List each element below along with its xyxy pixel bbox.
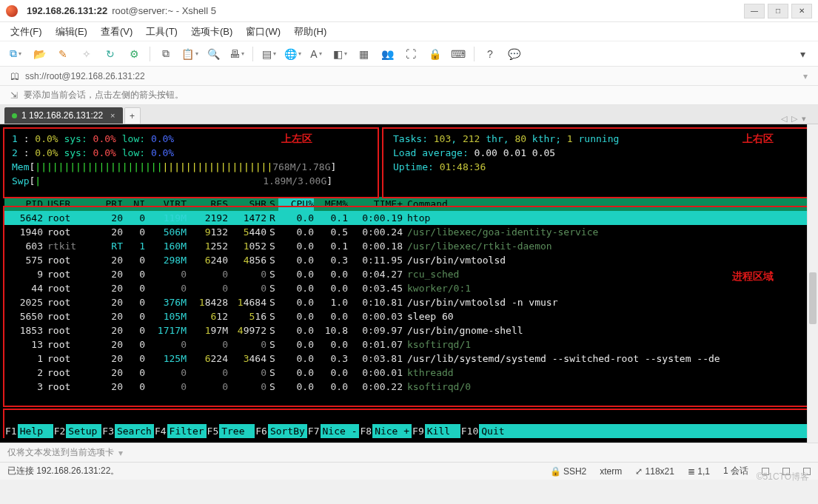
properties-icon[interactable]: ⚙ xyxy=(126,46,142,62)
minimize-button[interactable]: — xyxy=(744,4,765,19)
feedback-icon[interactable]: 💬 xyxy=(506,46,522,62)
process-row[interactable]: 5650root200105M612516S0.00.00:00.03sleep… xyxy=(4,309,814,323)
lock-icon[interactable]: 🔒 xyxy=(426,46,443,62)
status-bar: 已连接 192.168.26.131:22。 🔒 SSH2 xterm ⤢ 11… xyxy=(0,462,818,480)
menu-item[interactable]: 帮助(H) xyxy=(294,25,326,38)
menu-bar: 文件(F)编辑(E)查看(V)工具(T)选项卡(B)窗口(W)帮助(H) xyxy=(0,22,818,41)
swap-meter: Swp[|1.89M/3.00G] xyxy=(12,174,371,188)
fkey-tree[interactable]: F5Tree xyxy=(207,424,255,438)
cpu-meter: 1 : 0.0% sys: 0.0% low: 0.0% xyxy=(12,132,371,146)
app-icon xyxy=(6,5,18,17)
print-icon[interactable]: 🖶 xyxy=(229,46,245,62)
process-row[interactable]: 1853root2001717M197M49972S0.010.80:09.97… xyxy=(4,323,814,337)
tab-prev-icon[interactable]: ◁ xyxy=(781,114,787,124)
menu-item[interactable]: 窗口(W) xyxy=(246,25,281,38)
hint-arrow-icon[interactable]: ⇲ xyxy=(10,90,18,101)
process-header[interactable]: PID USER PRI NI VIRT RES SHR S CPU% MEM%… xyxy=(4,197,814,211)
fkey-sortby[interactable]: F6SortBy xyxy=(255,424,307,438)
fkey-filter[interactable]: F4Filter xyxy=(154,424,207,438)
status-connection: 已连接 192.168.26.131:22。 xyxy=(7,465,119,477)
menu-item[interactable]: 选项卡(B) xyxy=(191,25,232,38)
process-row[interactable]: 1root200125M62243464S0.00.30:03.81/usr/l… xyxy=(4,352,814,366)
watermark: ©51CTO博客 xyxy=(757,471,809,483)
status-position: ≣ 1,1 xyxy=(688,466,710,477)
send-dropdown-icon[interactable]: ▾ xyxy=(118,448,123,458)
fkey-search[interactable]: F3Search xyxy=(101,424,154,438)
menu-item[interactable]: 查看(V) xyxy=(101,25,133,38)
send-text-label: 仅将文本发送到当前选项卡 xyxy=(7,446,114,459)
process-row[interactable]: 603rtkitRT1160M12521052S0.00.10:00.18/us… xyxy=(4,239,814,253)
status-term: xterm xyxy=(600,466,622,477)
status-size: ⤢ 118x21 xyxy=(635,466,674,477)
fkey-nice-[interactable]: F7Nice - xyxy=(307,424,360,438)
help-icon[interactable]: ? xyxy=(482,46,498,62)
cpu-mem-meters: 1 : 0.0% sys: 0.0% low: 0.0%2 : 0.0% sys… xyxy=(4,127,378,189)
bookmark-icon[interactable]: 🕮 xyxy=(10,71,19,81)
toolbar-overflow-icon[interactable]: ▾ xyxy=(794,46,811,62)
process-row[interactable]: 44root200000S0.00.00:03.45kworker/0:1 xyxy=(4,281,814,295)
hint-text: 要添加当前会话，点击左侧的箭头按钮。 xyxy=(24,89,184,101)
cpu-meter: 2 : 0.0% sys: 0.0% low: 0.0% xyxy=(12,146,371,160)
tab-strip: 1 192.168.26.131:22 × + ◁ ▷ ▾ xyxy=(0,105,818,124)
lock-icon: 🔒 SSH2 xyxy=(550,466,587,477)
tab-next-icon[interactable]: ▷ xyxy=(791,114,797,124)
tab-close-icon[interactable]: × xyxy=(110,111,115,120)
status-sessions: 1 会话 xyxy=(723,465,748,477)
paste-icon[interactable]: 📋 xyxy=(181,46,198,62)
process-row[interactable]: 3root200000S0.00.00:00.22ksoftirqd/0 xyxy=(4,380,814,394)
menu-item[interactable]: 文件(F) xyxy=(10,25,42,38)
edit-icon[interactable]: ✎ xyxy=(55,46,71,62)
scrollbar-thumb[interactable] xyxy=(809,272,817,324)
font-icon[interactable]: A xyxy=(308,46,324,62)
mem-meter: Mem[||||||||||||||||||||||||||||||||||||… xyxy=(12,160,371,174)
window-subtitle: root@server:~ - Xshell 5 xyxy=(112,5,216,16)
fkey-help[interactable]: F1Help xyxy=(4,424,53,438)
palette-icon[interactable]: ◧ xyxy=(332,46,348,62)
function-key-bar: F1HelpF2SetupF3SearchF4FilterF5TreeF6Sor… xyxy=(4,424,814,438)
address-text: ssh://root@192.168.26.131:22 xyxy=(25,71,145,81)
hint-bar: ⇲ 要添加当前会话，点击左侧的箭头按钮。 xyxy=(0,86,818,105)
fkey-setup[interactable]: F2Setup xyxy=(53,424,102,438)
task-summary: Tasks: 103, 212 thr, 80 kthr; 1 running … xyxy=(386,127,814,189)
process-row[interactable]: 1940root200506M91325440S0.00.50:00.24/us… xyxy=(4,225,814,239)
address-bar[interactable]: 🕮 ssh://root@192.168.26.131:22 ▾ xyxy=(0,67,818,86)
process-row[interactable]: 5642root200119M21921472R0.00.10:00.19hto… xyxy=(4,211,814,225)
menu-item[interactable]: 编辑(E) xyxy=(56,25,87,38)
process-row[interactable]: 9root200000S0.00.00:04.27rcu_sched xyxy=(4,267,814,281)
process-list[interactable]: 5642root200119M21921472R0.00.10:00.19hto… xyxy=(4,211,814,394)
fullscreen-icon[interactable]: ⛶ xyxy=(403,46,419,62)
fkey-nice+[interactable]: F8Nice + xyxy=(359,424,412,438)
send-text-bar[interactable]: 仅将文本发送到当前选项卡 ▾ xyxy=(0,443,818,462)
session-tab[interactable]: 1 192.168.26.131:22 × xyxy=(4,107,123,124)
find-icon[interactable]: 🔍 xyxy=(205,46,221,62)
process-row[interactable]: 2root200000S0.00.00:00.01kthreadd xyxy=(4,366,814,380)
process-row[interactable]: 2025root200376M1842814684S0.01.00:10.81/… xyxy=(4,295,814,309)
terminal-scrollbar[interactable] xyxy=(807,124,818,443)
fkey-quit[interactable]: F10Quit xyxy=(460,424,514,438)
globe-icon[interactable]: 🌐 xyxy=(284,46,301,62)
menu-item[interactable]: 工具(T) xyxy=(146,25,178,38)
wand-icon[interactable]: ✧ xyxy=(78,46,95,62)
process-row[interactable]: 575root200298M62404856S0.00.30:11.95/usr… xyxy=(4,253,814,267)
terminal-pane[interactable]: 上左区 上右区 进程区域 操作提示区域 1 : 0.0% sys: 0.0% l… xyxy=(0,124,818,443)
open-icon[interactable]: 📂 xyxy=(31,46,47,62)
reconnect-icon[interactable]: ↻ xyxy=(102,46,118,62)
fkey-kill[interactable]: F9Kill xyxy=(412,424,460,438)
tab-list-icon[interactable]: ▾ xyxy=(802,114,806,124)
close-button[interactable]: ✕ xyxy=(791,4,812,19)
process-row[interactable]: 13root200000S0.00.00:01.07ksoftirqd/1 xyxy=(4,337,814,352)
maximize-button[interactable]: □ xyxy=(768,4,788,19)
sidebar-icon[interactable]: ▤ xyxy=(261,46,277,62)
copy-icon[interactable]: ⧉ xyxy=(158,46,174,62)
highlight-icon[interactable]: ▦ xyxy=(355,46,372,62)
toolbar: ⧉📂✎✧↻⚙⧉📋🔍🖶▤🌐A◧▦👥⛶🔒⌨?💬▾ xyxy=(0,41,818,67)
new-session-icon[interactable]: ⧉ xyxy=(7,46,24,62)
title-bar: 192.168.26.131:22 root@server:~ - Xshell… xyxy=(0,0,818,22)
keyboard-icon[interactable]: ⌨ xyxy=(450,46,466,62)
users-icon[interactable]: 👥 xyxy=(379,46,395,62)
address-dropdown-icon[interactable]: ▾ xyxy=(803,71,808,81)
status-dot-icon xyxy=(12,113,17,118)
add-tab-button[interactable]: + xyxy=(124,107,141,124)
window-ip-title: 192.168.26.131:22 xyxy=(27,5,107,16)
tab-label: 1 192.168.26.131:22 xyxy=(21,110,103,121)
